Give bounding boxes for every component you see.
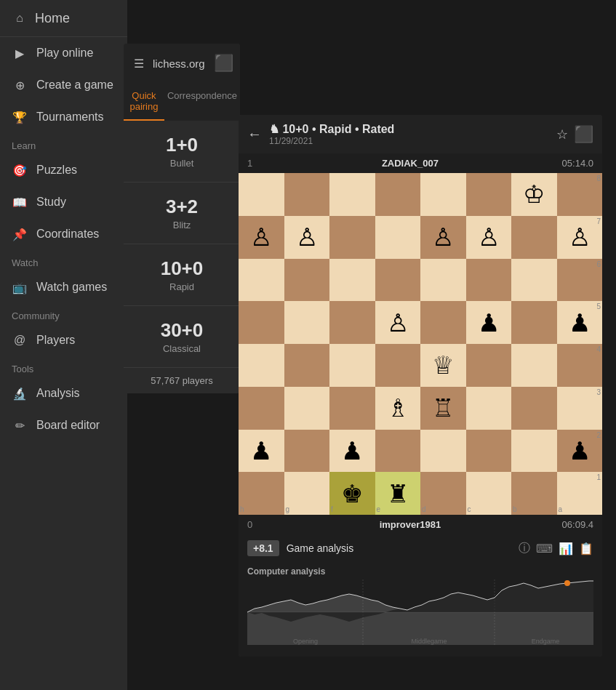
sidebar-item-study[interactable]: 📖 Study [0,186,127,218]
square [329,387,375,430]
sidebar-item-coordinates[interactable]: 📌 Coordinates [0,218,127,250]
square [329,344,375,387]
blitz-time: 3+2 [134,196,230,218]
players-number: 57,767 players [151,375,212,386]
tab-correspondence[interactable]: Correspondence [164,83,240,121]
chess-piece: ♜ [387,481,409,506]
square [466,173,512,216]
sidebar-item-play-online[interactable]: ▶ Play online [0,37,127,69]
play-icon: ▶ [12,45,28,61]
square [420,259,466,302]
sidebar-label-play-online: Play online [36,47,93,60]
square: ♟ [239,430,284,473]
rank-label: 7 [596,217,601,225]
square [375,430,421,473]
square [239,344,284,387]
square: ♔ [511,173,557,216]
square [466,344,512,387]
square [329,216,375,259]
file-label: e [377,505,381,513]
sidebar-label-coordinates: Coordinates [36,228,99,241]
hamburger-icon[interactable]: ☰ [134,55,144,71]
chess-piece: ♟ [250,438,272,463]
player2-name: improver1981 [380,519,441,530]
svg-point-4 [564,580,570,586]
square: ♟5 [557,301,603,344]
keyboard-button[interactable]: ⌨ [536,542,553,555]
square: ♙ [239,216,284,259]
sidebar-label-tournaments: Tournaments [36,111,104,124]
sidebar-label-board-editor: Board editor [36,419,100,432]
sidebar-item-create-game[interactable]: ⊕ Create a game [0,69,127,101]
pairing-option-blitz[interactable]: 3+2 Blitz [124,182,240,244]
sidebar-home[interactable]: ⌂ Home [0,0,127,37]
square: ♖ [420,387,466,430]
square [511,301,557,344]
square [284,259,330,302]
pairing-option-classical[interactable]: 30+0 Classical [124,306,240,368]
square [511,216,557,259]
sidebar-item-watch-games[interactable]: 📺 Watch games [0,271,127,303]
tab-quick-pairing[interactable]: Quick pairing [124,83,164,121]
square [239,173,284,216]
pairing-option-bullet[interactable]: 1+0 Bullet [124,121,240,182]
player1-number: 1 [247,158,252,169]
chart-button[interactable]: 📊 [559,542,573,555]
square [466,259,512,302]
sidebar-item-tournaments[interactable]: 🏆 Tournaments [0,101,127,133]
player2-time: 06:09.4 [562,519,593,530]
square: 1a [557,472,603,515]
classical-time: 30+0 [134,319,230,342]
square [329,259,375,302]
sidebar-label-study: Study [36,196,66,209]
section-watch-label: Watch [0,250,127,271]
book-button[interactable]: 📋 [579,542,593,555]
square: ♟2 [557,430,603,473]
square [284,301,330,344]
svg-text:Opening: Opening [293,638,318,645]
star-button[interactable]: ☆ [556,127,568,143]
chess-piece: ♙ [250,225,272,249]
info-button[interactable]: ⓘ [519,541,530,556]
bullet-time: 1+0 [134,134,230,156]
square [466,430,512,473]
pairing-option-rapid[interactable]: 10+0 Rapid [124,244,240,306]
game-title: ♞ 10+0 • Rapid • Rated [269,122,549,136]
square: ♙ [375,301,421,344]
plus-icon: ⊕ [12,77,28,93]
chess-piece: ♙ [432,225,454,249]
sidebar-label-analysis: Analysis [36,387,80,400]
square [284,173,330,216]
rank-label: 2 [596,431,601,439]
chess-piece: ♟ [341,438,363,463]
sidebar-item-players[interactable]: @ Players [0,324,127,356]
sidebar-item-board-editor[interactable]: ✏ Board editor [0,409,127,441]
back-button[interactable]: ← [247,126,262,143]
chess-piece: ♙ [569,225,591,249]
chess-piece: ♗ [387,396,409,420]
file-label: b [513,505,517,513]
square [375,259,421,302]
chess-piece: ♟ [569,438,591,463]
square: h [239,472,284,515]
square: ♙ [466,216,512,259]
square: ♜e [375,472,421,515]
chess-board-container: ♔8♙♙♙♙♙76♙♟♟5♕4♗♖3♟♟♟2hg♚f♜edcb1a [239,173,602,515]
rank-label: 3 [596,388,601,396]
square: ♗ [375,387,421,430]
square [375,216,421,259]
bullet-label: Bullet [134,158,230,169]
sidebar-item-puzzles[interactable]: 🎯 Puzzles [0,154,127,186]
study-icon: 📖 [12,194,28,210]
square: b [511,472,557,515]
analysis-bar: +8.1 Game analysis ⓘ ⌨ 📊 📋 [239,534,602,562]
section-community-label: Community [0,303,127,324]
chess-piece: ♙ [478,225,500,249]
player1-name: ZADIAK_007 [382,158,439,169]
square: ♚f [329,472,375,515]
sidebar-item-analysis[interactable]: 🔬 Analysis [0,377,127,409]
square: ♟ [466,301,512,344]
piece-icon: ♞ [269,123,279,135]
chess-piece: ♕ [432,353,454,377]
at-icon: @ [12,332,28,348]
